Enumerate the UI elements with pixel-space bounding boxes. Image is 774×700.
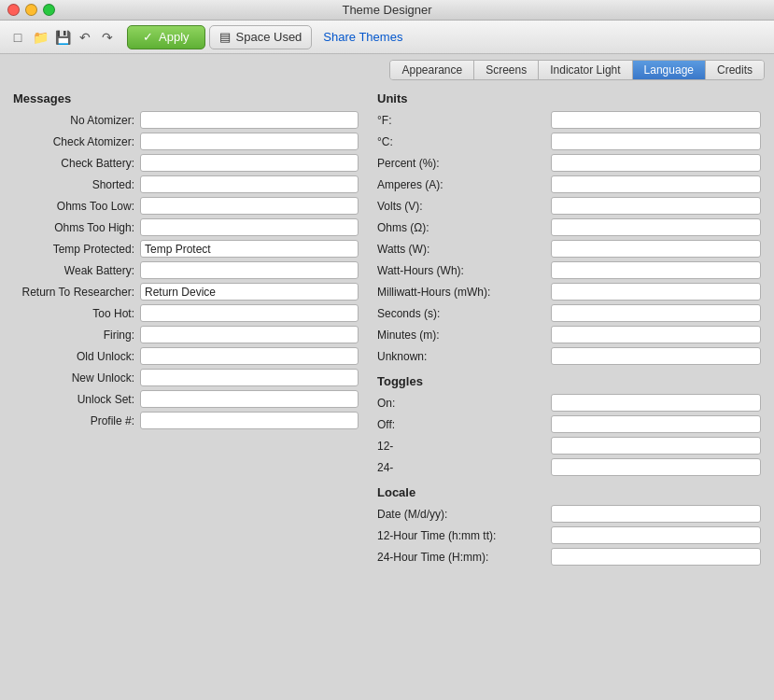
form-row-too-hot: Too Hot: <box>13 304 359 322</box>
close-button[interactable] <box>7 4 20 16</box>
input-minutes[interactable] <box>551 326 761 343</box>
input-ohms-too-low[interactable] <box>140 197 359 215</box>
label-twentyfour-hour: 24-Hour Time (H:mm): <box>377 551 545 564</box>
tab-screens[interactable]: Screens <box>474 61 539 79</box>
label-minutes: Minutes (m): <box>377 329 545 342</box>
form-row-off: Off: <box>377 415 761 433</box>
label-twelve-hour: 12-Hour Time (h:mm tt): <box>377 529 545 542</box>
input-twentyfour-hour[interactable] <box>551 548 761 566</box>
form-row-celsius: °C: <box>377 133 761 150</box>
minimize-button[interactable] <box>25 4 37 16</box>
label-seconds: Seconds (s): <box>377 307 545 320</box>
input-temp-protected[interactable] <box>140 240 359 258</box>
new-file-button[interactable]: □ <box>7 27 28 48</box>
messages-section: Messages No Atomizer: Check Atomizer: Ch… <box>13 91 359 569</box>
form-row-temp-protected: Temp Protected: <box>13 240 359 258</box>
form-row-return-to-researcher: Return To Researcher: <box>13 283 359 301</box>
input-firing[interactable] <box>140 326 359 343</box>
form-row-no-atomizer: No Atomizer: <box>13 111 359 129</box>
input-profile-num[interactable] <box>140 412 359 429</box>
label-temp-protected: Temp Protected: <box>13 243 134 256</box>
undo-button[interactable]: ↶ <box>75 27 95 48</box>
form-row-percent: Percent (%): <box>377 154 761 172</box>
open-file-button[interactable]: 📁 <box>30 27 50 48</box>
form-row-firing: Firing: <box>13 326 359 343</box>
label-unlock-set: Unlock Set: <box>13 393 134 406</box>
label-watt-hours: Watt-Hours (Wh): <box>377 264 545 277</box>
input-milliwatt-hours[interactable] <box>551 283 761 301</box>
tab-appearance[interactable]: Appearance <box>390 61 474 79</box>
input-ohms-too-high[interactable] <box>140 218 359 236</box>
input-seconds[interactable] <box>551 304 761 322</box>
input-twelve[interactable] <box>551 437 761 455</box>
input-watt-hours[interactable] <box>551 261 761 279</box>
tab-credits[interactable]: Credits <box>706 61 764 79</box>
input-fahrenheit[interactable] <box>551 111 761 129</box>
form-row-new-unlock: New Unlock: <box>13 369 359 386</box>
label-return-to-researcher: Return To Researcher: <box>13 286 134 299</box>
label-too-hot: Too Hot: <box>13 307 134 320</box>
input-new-unlock[interactable] <box>140 369 359 386</box>
label-ohms: Ohms (Ω): <box>377 221 545 234</box>
apply-button[interactable]: ✓ Apply <box>127 25 205 49</box>
form-row-weak-battery: Weak Battery: <box>13 261 359 279</box>
label-check-battery: Check Battery: <box>13 157 134 170</box>
input-check-atomizer[interactable] <box>140 133 359 150</box>
label-unknown: Unknown: <box>377 350 545 363</box>
label-weak-battery: Weak Battery: <box>13 264 134 277</box>
input-old-unlock[interactable] <box>140 347 359 365</box>
label-twentyfour: 24- <box>377 461 545 474</box>
input-twelve-hour[interactable] <box>551 526 761 544</box>
label-off: Off: <box>377 418 545 431</box>
form-row-volts: Volts (V): <box>377 197 761 215</box>
input-amperes[interactable] <box>551 175 761 193</box>
input-percent[interactable] <box>551 154 761 172</box>
label-old-unlock: Old Unlock: <box>13 350 134 363</box>
input-celsius[interactable] <box>551 133 761 150</box>
check-icon: ✓ <box>143 30 153 44</box>
tab-indicator-light[interactable]: Indicator Light <box>539 61 632 79</box>
input-return-to-researcher[interactable] <box>140 283 359 301</box>
apply-label: Apply <box>159 30 190 44</box>
input-no-atomizer[interactable] <box>140 111 359 129</box>
form-row-ohms: Ohms (Ω): <box>377 218 761 236</box>
input-volts[interactable] <box>551 197 761 215</box>
input-date[interactable] <box>551 505 761 523</box>
label-no-atomizer: No Atomizer: <box>13 114 134 127</box>
form-row-ohms-too-high: Ohms Too High: <box>13 218 359 236</box>
main-content: Messages No Atomizer: Check Atomizer: Ch… <box>0 80 774 581</box>
label-twelve: 12- <box>377 440 545 453</box>
form-row-milliwatt-hours: Milliwatt-Hours (mWh): <box>377 283 761 301</box>
input-check-battery[interactable] <box>140 154 359 172</box>
tab-language[interactable]: Language <box>633 61 706 79</box>
input-shorted[interactable] <box>140 175 359 193</box>
space-used-button[interactable]: ▤ Space Used <box>209 25 313 49</box>
form-row-fahrenheit: °F: <box>377 111 761 129</box>
label-percent: Percent (%): <box>377 157 545 170</box>
redo-button[interactable]: ↷ <box>97 27 118 48</box>
form-row-on: On: <box>377 394 761 412</box>
input-too-hot[interactable] <box>140 304 359 322</box>
form-row-watts: Watts (W): <box>377 240 761 258</box>
input-unlock-set[interactable] <box>140 390 359 408</box>
window-controls[interactable] <box>7 4 55 16</box>
input-unknown[interactable] <box>551 347 761 365</box>
maximize-button[interactable] <box>43 4 55 16</box>
input-off[interactable] <box>551 415 761 433</box>
input-ohms[interactable] <box>551 218 761 236</box>
label-firing: Firing: <box>13 329 134 342</box>
chart-icon: ▤ <box>219 30 231 44</box>
tabs: Appearance Screens Indicator Light Langu… <box>389 60 765 80</box>
label-fahrenheit: °F: <box>377 114 545 127</box>
window-title: Theme Designer <box>342 3 431 17</box>
input-weak-battery[interactable] <box>140 261 359 279</box>
input-twentyfour[interactable] <box>551 458 761 476</box>
label-amperes: Amperes (A): <box>377 178 545 191</box>
save-file-button[interactable]: 💾 <box>52 27 73 48</box>
form-row-ohms-too-low: Ohms Too Low: <box>13 197 359 215</box>
input-on[interactable] <box>551 394 761 412</box>
input-watts[interactable] <box>551 240 761 258</box>
label-ohms-too-high: Ohms Too High: <box>13 221 134 234</box>
form-row-twelve: 12- <box>377 437 761 455</box>
share-themes-link[interactable]: Share Themes <box>323 30 402 44</box>
